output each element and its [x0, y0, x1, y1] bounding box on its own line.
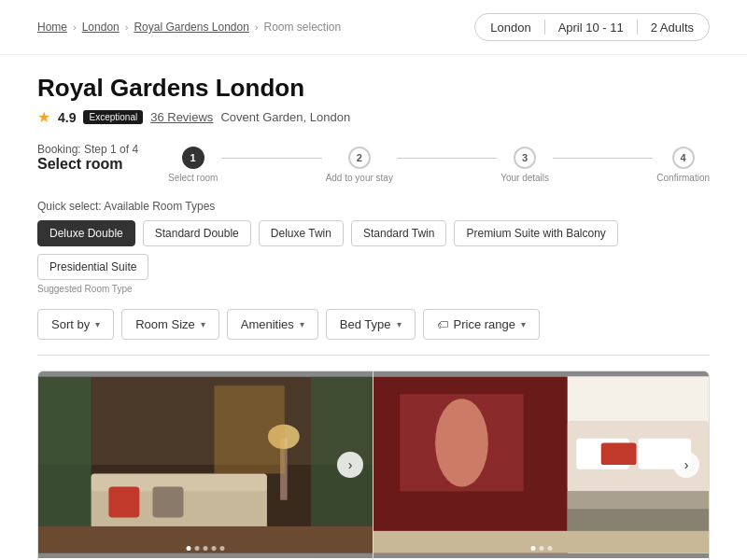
filter-room-size-label: Room Size — [135, 317, 195, 331]
step-circle-4: 4 — [672, 147, 695, 169]
filter-amenities[interactable]: Amenities ▾ — [227, 309, 318, 340]
chevron-down-icon: ▾ — [95, 319, 100, 329]
filter-sort-by-label: Sort by — [51, 317, 90, 331]
quick-select-label: Quick select: Available Room Types — [37, 200, 710, 213]
chevron-down-icon-5: ▾ — [521, 319, 526, 329]
filter-room-size[interactable]: Room Size ▾ — [121, 309, 219, 340]
dot-1 — [187, 546, 191, 551]
main-content: Royal Gardens London ★ 4.9 Exceptional 3… — [0, 55, 747, 560]
image-dots-deluxe — [187, 546, 225, 551]
tag-icon: 🏷 — [437, 318, 448, 331]
rating-number: 4.9 — [58, 110, 76, 125]
room-btn-deluxe-twin[interactable]: Deluxe Twin — [259, 220, 344, 246]
rooms-grid: › Deluxe Double 🛏 1 King � — [37, 371, 710, 560]
svg-rect-6 — [108, 487, 139, 518]
breadcrumb-home[interactable]: Home — [37, 21, 67, 34]
suggested-label: Suggested Room Type — [37, 284, 710, 294]
svg-rect-7 — [152, 487, 183, 518]
filter-amenities-label: Amenities — [241, 317, 294, 331]
step-3: 3 Your details — [500, 147, 549, 183]
svg-rect-11 — [214, 385, 284, 473]
filters-bar: Sort by ▾ Room Size ▾ Amenities ▾ Bed Ty… — [37, 309, 710, 356]
svg-rect-2 — [38, 377, 92, 553]
progress-steps: 1 Select room 2 Add to your stay 3 Your … — [168, 143, 710, 183]
breadcrumb-sep-2: › — [125, 21, 129, 33]
room-btn-presidential[interactable]: Presidential Suite — [37, 254, 148, 280]
search-divider-2 — [637, 20, 638, 35]
step-1: 1 Select room — [168, 147, 218, 183]
dot-4 — [212, 546, 217, 551]
booking-step-label: Booking: Step 1 of 4 — [37, 143, 168, 156]
step-line-2 — [397, 158, 497, 159]
search-dates: April 10 - 11 — [558, 21, 624, 35]
dot-2 — [195, 546, 200, 551]
svg-rect-22 — [568, 491, 709, 509]
chevron-down-icon-2: ▾ — [201, 319, 205, 329]
dot-s-2 — [539, 546, 543, 551]
filter-price-range[interactable]: 🏷 Price range ▾ — [423, 309, 540, 340]
search-divider-1 — [544, 20, 545, 35]
room-image-standard: › — [374, 371, 709, 558]
booking-select-label: Select room — [37, 156, 168, 173]
room-btn-standard-twin[interactable]: Standard Twin — [351, 220, 447, 246]
hotel-location: Covent Garden, London — [220, 110, 350, 124]
filter-bed-type-label: Bed Type — [340, 317, 391, 331]
dot-s-3 — [547, 546, 552, 551]
room-btn-premium-suite[interactable]: Premium Suite with Balcony — [454, 220, 617, 246]
step-label-2: Add to your stay — [326, 173, 393, 183]
room-btn-deluxe-double[interactable]: Deluxe Double — [37, 220, 135, 246]
dot-s-1 — [530, 546, 535, 551]
header: Home › London › Royal Gardens London › R… — [0, 0, 747, 55]
room-photo-standard — [374, 371, 709, 558]
search-location: London — [490, 21, 530, 35]
step-label-1: Select room — [168, 173, 218, 183]
step-line-3 — [553, 158, 653, 159]
booking-info: Booking: Step 1 of 4 Select room — [37, 143, 168, 173]
rating-badge: Exceptional — [83, 110, 143, 124]
search-summary[interactable]: London April 10 - 11 2 Adults — [474, 13, 710, 41]
breadcrumb-sep-1: › — [73, 21, 77, 33]
breadcrumb-current: Room selection — [264, 21, 342, 34]
dot-5 — [220, 546, 225, 551]
step-circle-3: 3 — [514, 147, 536, 169]
filter-bed-type[interactable]: Bed Type ▾ — [326, 309, 416, 340]
step-4: 4 Confirmation — [656, 147, 710, 183]
step-line-1 — [221, 158, 321, 159]
hotel-title: Royal Gardens London — [37, 74, 710, 103]
room-btn-standard-double[interactable]: Standard Double — [143, 220, 251, 246]
search-guests: 2 Adults — [651, 21, 694, 35]
filter-sort-by[interactable]: Sort by ▾ — [37, 309, 114, 340]
breadcrumb-london[interactable]: London — [82, 21, 120, 34]
room-type-buttons: Deluxe Double Standard Double Deluxe Twi… — [37, 220, 710, 280]
filter-price-range-label: Price range — [454, 317, 515, 331]
rating-row: ★ 4.9 Exceptional 36 Reviews Covent Gard… — [37, 108, 710, 126]
step-label-3: Your details — [500, 173, 549, 183]
chevron-down-icon-3: ▾ — [300, 319, 304, 329]
image-dots-standard — [530, 546, 552, 551]
room-card-deluxe-double: › Deluxe Double 🛏 1 King � — [38, 371, 374, 560]
booking-progress: Booking: Step 1 of 4 Select room 1 Selec… — [37, 143, 710, 183]
dot-3 — [204, 546, 208, 551]
step-circle-1: 1 — [182, 147, 204, 169]
breadcrumb-hotel[interactable]: Royal Gardens London — [134, 21, 248, 34]
step-2: 2 Add to your stay — [326, 147, 393, 183]
room-photo-deluxe — [38, 371, 373, 558]
reviews-link[interactable]: 36 Reviews — [150, 110, 213, 124]
breadcrumb: Home › London › Royal Gardens London › R… — [37, 21, 341, 34]
room-image-deluxe-double: › — [38, 371, 373, 558]
step-circle-2: 2 — [348, 147, 371, 169]
svg-point-15 — [435, 399, 488, 486]
room-image-next-standard[interactable]: › — [673, 452, 699, 478]
room-image-next-deluxe[interactable]: › — [337, 452, 363, 478]
room-card-standard: › Standard 🛏 1 King ⬛ 17 m² — [374, 371, 709, 560]
star-icon: ★ — [37, 108, 50, 126]
step-label-4: Confirmation — [656, 173, 710, 183]
svg-rect-20 — [601, 442, 637, 465]
chevron-down-icon-4: ▾ — [397, 319, 402, 329]
breadcrumb-sep-3: › — [255, 21, 259, 33]
